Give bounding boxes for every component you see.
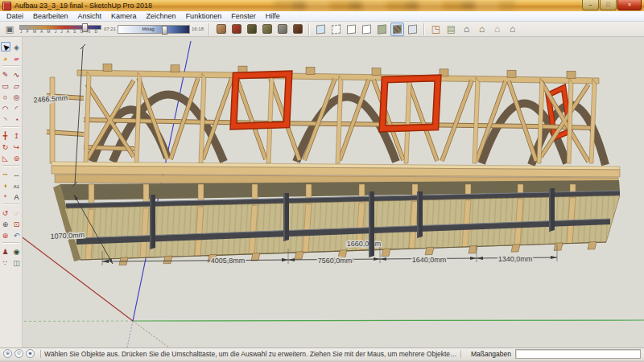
time-slider-handle[interactable] — [162, 26, 167, 35]
tape-measure-tool[interactable]: ┅ — [1, 169, 10, 179]
rectangle-tool[interactable]: ▭ — [1, 80, 10, 90]
two-point-arc-tool[interactable]: ◜ — [12, 103, 22, 113]
paint-bucket-tool[interactable]: ◕ — [1, 53, 10, 63]
follow-me-tool[interactable]: ↪ — [12, 142, 22, 151]
dim-occluded: 1660,0mm — [347, 240, 382, 248]
hidden-line-icon-glyph — [362, 24, 371, 34]
position-camera-tool-icon: ♟ — [2, 247, 8, 257]
shaded-with-textures-icon[interactable] — [390, 23, 404, 36]
menu-zeichnen[interactable]: Zeichnen — [142, 11, 181, 21]
shadow-time-slider[interactable]: Mittag — [118, 25, 190, 34]
back-edges-icon[interactable] — [329, 23, 343, 36]
menu-funktionen[interactable]: Funktionen — [181, 11, 227, 21]
offset-tool[interactable]: ⊚ — [12, 153, 22, 162]
text-tool[interactable]: A1 — [12, 180, 22, 190]
noon-label: Mittag — [118, 27, 178, 31]
zoom-window-tool[interactable]: ⊡ — [12, 219, 22, 228]
move-tool[interactable]: ╋ — [1, 130, 10, 140]
maximize-button[interactable]: □ — [600, 0, 617, 10]
wireframe-icon[interactable] — [345, 23, 358, 36]
xray-mode-icon[interactable] — [314, 23, 328, 36]
menu-ansicht[interactable]: Ansicht — [73, 11, 107, 21]
walk-tool-icon: ∵ — [3, 258, 8, 268]
zoom-extents-tool-icon: ⊛ — [2, 231, 9, 241]
monochrome-icon[interactable] — [406, 23, 419, 36]
look-around-tool[interactable]: ◉ — [12, 246, 22, 256]
menu-datei[interactable]: Datei — [2, 11, 28, 21]
line-tool[interactable]: ✎ — [1, 69, 10, 79]
rotate-tool[interactable]: ↻ — [1, 142, 10, 151]
measurements-label: Maßangaben — [471, 350, 511, 358]
shadows-toggle-icon[interactable]: ▣ — [2, 23, 17, 36]
protractor-tool[interactable]: ◖ — [1, 180, 10, 190]
three-point-arc-tool[interactable]: ◝ — [1, 114, 10, 124]
status-separator — [460, 350, 461, 358]
menu-kamera[interactable]: Kamera — [106, 11, 142, 21]
axes-tool[interactable]: * — [1, 191, 10, 201]
push-pull-tool[interactable]: ↥ — [12, 130, 22, 140]
shaded-icon[interactable] — [375, 23, 389, 36]
right-view-icon[interactable]: ⌂ — [475, 23, 489, 36]
style-thumb-2-glyph — [232, 24, 242, 34]
circle-tool-icon: ○ — [3, 93, 7, 102]
position-camera-tool[interactable]: ♟ — [1, 246, 10, 256]
select-tool[interactable]: ▶ — [1, 42, 10, 51]
pan-tool-icon: ☞ — [13, 208, 19, 218]
toolbar-separator — [208, 23, 210, 35]
dimension-tool[interactable]: ↔ — [12, 169, 22, 179]
signin-icon[interactable]: ☻ — [26, 349, 35, 358]
walk-tool[interactable]: ∵ — [1, 257, 10, 267]
rotated-rectangle-tool[interactable]: ▱ — [12, 80, 22, 90]
eraser-tool-icon: ▰ — [14, 54, 19, 64]
shadow-date-slider[interactable]: J F M A M J J A S O N D — [19, 23, 100, 35]
circle-tool[interactable]: ○ — [1, 92, 10, 101]
dimension-tool-icon: ↔ — [13, 170, 20, 179]
tape-measure-tool-icon: ┅ — [3, 170, 7, 179]
style-thumb-5[interactable] — [275, 23, 289, 36]
model-viewport[interactable]: 2466,5mm 1660,0mm 1070,0mm — [0, 37, 644, 348]
line-tool-icon: ✎ — [2, 70, 9, 80]
style-thumb-6[interactable] — [291, 23, 304, 36]
model-canvas[interactable]: 2466,5mm 1660,0mm 1070,0mm — [0, 37, 644, 348]
zoom-extents-tool[interactable]: ⊛ — [1, 230, 10, 240]
geolocation-icon[interactable]: ⊕ — [3, 349, 12, 358]
minimize-button[interactable]: – — [582, 0, 599, 10]
hidden-line-icon[interactable] — [360, 23, 374, 36]
credit-icon[interactable]: © — [14, 349, 23, 358]
make-component-tool[interactable]: ◈ — [12, 42, 22, 51]
menu-fenster[interactable]: Fenster — [226, 11, 261, 21]
monochrome-icon-glyph — [408, 24, 417, 34]
previous-view-tool[interactable]: ↶ — [12, 230, 22, 240]
back-view-icon[interactable]: ⌂ — [506, 23, 519, 36]
close-button[interactable]: × — [617, 0, 642, 10]
style-thumb-2[interactable] — [229, 23, 243, 36]
right-view-icon-glyph: ⌂ — [479, 24, 485, 34]
pan-tool[interactable]: ☞ — [12, 208, 22, 217]
left-view-icon[interactable]: ⌂ — [490, 23, 504, 36]
polygon-tool[interactable]: ◎ — [12, 92, 22, 101]
measurements-input[interactable] — [515, 349, 641, 359]
views-group: ◳▤⌂⌂⌂⌂ — [428, 23, 520, 36]
shaded-with-textures-icon-glyph — [393, 24, 402, 34]
date-slider-handle[interactable] — [82, 23, 88, 32]
freehand-tool[interactable]: ∿ — [12, 69, 22, 79]
front-view-icon[interactable]: ⌂ — [460, 23, 473, 36]
scale-tool[interactable]: ◺ — [1, 153, 10, 162]
title-bar[interactable]: Aufbau 23_3_19 final - SketchUp Pro 2018… — [0, 0, 644, 11]
arc-tool[interactable]: ◠ — [1, 103, 10, 113]
style-thumb-4[interactable] — [260, 23, 274, 36]
orbit-tool[interactable]: ↺ — [1, 208, 10, 217]
eraser-tool[interactable]: ▰ — [12, 53, 22, 63]
section-plane-tool[interactable]: ◫ — [12, 257, 22, 267]
blurred-text-region — [274, 2, 515, 10]
style-thumb-1[interactable] — [214, 23, 228, 36]
3d-text-tool[interactable]: A — [12, 191, 22, 201]
menu-bearbeiten[interactable]: Bearbeiten — [28, 11, 73, 21]
zoom-tool[interactable]: ⊕ — [1, 219, 10, 228]
top-view-icon[interactable]: ▤ — [444, 23, 458, 36]
style-thumb-3[interactable] — [245, 23, 258, 36]
iso-view-icon[interactable]: ◳ — [429, 23, 443, 36]
menu-hilfe[interactable]: Hilfe — [261, 11, 285, 21]
pie-tool[interactable]: ◔ — [12, 114, 22, 124]
back-edges-icon-glyph — [332, 24, 341, 34]
